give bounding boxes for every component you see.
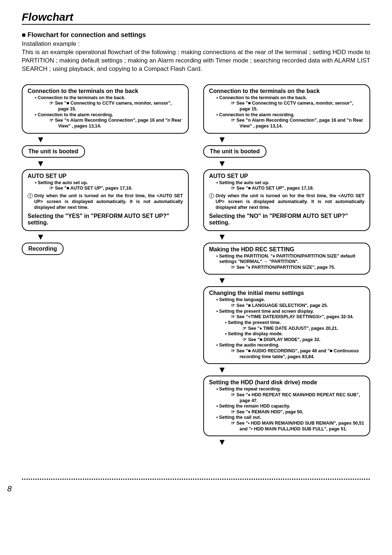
page-number: 8 (7, 484, 370, 494)
page-footer-divider: ••••••••••••••••••••••••••••••••••••••••… (22, 477, 370, 482)
list-item: Setting the PARTITION. "♦ PARTITION/PART… (209, 254, 364, 265)
cross-reference: See "• HDD MAIN REMAIN/HDD SUB REMAIN", … (209, 421, 364, 432)
down-arrow-icon: ▼ (203, 275, 370, 286)
autoset-title: AUTO SET UP (28, 173, 183, 179)
down-arrow-icon: ▼ (22, 158, 189, 169)
down-arrow-icon: ▼ (22, 231, 189, 243)
box-recording: Recording (22, 243, 64, 255)
down-arrow-icon: ▼ (203, 436, 370, 448)
down-arrow-icon: ▼ (22, 134, 189, 145)
installation-example-label: Installation example : (22, 40, 370, 48)
autoset-title: AUTO SET UP (209, 173, 364, 179)
section-heading: ■ Flowchart for connection and settings (22, 31, 370, 39)
cross-reference: See "♦ TIME DATE ADJUST", pages 20,21. (209, 326, 364, 332)
hddmode-title: Setting the HDD (hard disk drive) mode (209, 379, 364, 386)
caution-icon: ! (28, 193, 33, 198)
no-branch-title: Selecting the "NO" in "PERFORM AUTO SET … (209, 213, 364, 226)
cross-reference: See "■ AUDIO RECORDING", page 48 and "■ … (209, 348, 364, 360)
list-item: Setting the call out. (209, 415, 364, 421)
list-item: Setting the audio recording. (209, 343, 364, 348)
autoset-note-text: Only when the unit is turned on for the … (216, 193, 364, 210)
flowchart-columns: Connection to the terminals on the back … (22, 84, 370, 448)
initmenu-title: Changing the initial menu settings (209, 290, 364, 296)
autoset-note-text: Only when the unit is turned on for the … (34, 193, 183, 210)
cross-reference: See "■ AUTO SET UP", pages 17,18. (28, 186, 183, 191)
box-autoset-left: AUTO SET UP Setting the auto set up. See… (22, 169, 189, 231)
list-item: Connection to the terminals on the back. (209, 95, 364, 101)
page-title: Flowchart (22, 11, 370, 25)
list-item: Setting the present time and screen disp… (209, 309, 364, 315)
list-item: Setting the repeat recording. (209, 386, 364, 392)
box-hdd-mode: Setting the HDD (hard disk drive) mode S… (203, 376, 370, 436)
cross-reference: See "♦ HDD REPEAT REC MAIN/HDD REPEAT RE… (209, 392, 364, 404)
box-initial-menu-settings: Changing the initial menu settings Setti… (203, 286, 370, 364)
autoset-note: !Only when the unit is turned on for the… (209, 193, 364, 211)
caution-icon: ! (209, 193, 214, 198)
list-item: Connection to the terminals on the back. (28, 95, 183, 101)
box-connection-left: Connection to the terminals on the back … (22, 84, 189, 134)
list-item: Connection to the alarm recording. (28, 112, 183, 118)
box-connection-right: Connection to the terminals on the back … (203, 84, 370, 134)
column-yes-branch: Connection to the terminals on the back … (22, 84, 189, 448)
intro-paragraph: This is an example operational flowchart… (22, 48, 370, 73)
list-item: Setting the auto set up. (209, 180, 364, 186)
unit-booted-label: The unit is booted (28, 148, 78, 154)
cross-reference: See "♦ PARTITION/PARTITION SIZE", page 7… (209, 265, 364, 271)
column-no-branch: Connection to the terminals on the back … (203, 84, 370, 448)
down-arrow-icon: ▼ (203, 134, 370, 145)
unit-booted-label: The unit is booted (210, 148, 260, 154)
autoset-note: !Only when the unit is turned on for the… (28, 193, 183, 211)
cross-reference: See "♦ REMAIN HDD", page 50. (209, 409, 364, 415)
cross-reference: See "■ LANGUAGE SELECTION", page 25. (209, 303, 364, 309)
down-arrow-icon: ▼ (203, 231, 370, 243)
box-hdd-rec-setting: Making the HDD REC SETTING Setting the P… (203, 243, 370, 275)
down-arrow-icon: ▼ (203, 158, 370, 169)
cross-reference: See "<TIME DATE/DISPLAY SETTINGS>", page… (209, 314, 364, 320)
list-item: Setting the language. (209, 297, 364, 303)
box-booted-left: The unit is booted (22, 145, 85, 158)
list-item: Setting the present time. (209, 320, 364, 326)
list-item: Connection to the alarm recording. (209, 112, 364, 118)
cross-reference: See "n Alarm Recording Connection", page… (28, 118, 183, 129)
recording-label: Recording (28, 246, 57, 252)
cross-reference: See "■ Connecting to CCTV camera, monito… (28, 101, 183, 112)
down-arrow-icon: ▼ (203, 364, 370, 376)
yes-branch-title: Selecting the "YES" in "PERFORM AUTO SET… (28, 213, 183, 226)
list-item: Setting the display mode. (209, 331, 364, 337)
list-item: Setting the remain HDD capacity. (209, 404, 364, 409)
list-item: Setting the auto set up. (28, 180, 183, 186)
cross-reference: See "n Alarm Recording Connection", page… (209, 118, 364, 129)
box-connection-title: Connection to the terminals on the back (28, 88, 183, 94)
hddrec-title: Making the HDD REC SETTING (209, 246, 364, 253)
cross-reference: See "■ DISPLAY MODE", page 32. (209, 337, 364, 343)
cross-reference: See "■ AUTO SET UP", pages 17,18. (209, 186, 364, 191)
box-autoset-right: AUTO SET UP Setting the auto set up. See… (203, 169, 370, 231)
box-connection-title: Connection to the terminals on the back (209, 88, 364, 94)
box-booted-right: The unit is booted (203, 145, 266, 158)
cross-reference: See "■ Connecting to CCTV camera, monito… (209, 101, 364, 112)
